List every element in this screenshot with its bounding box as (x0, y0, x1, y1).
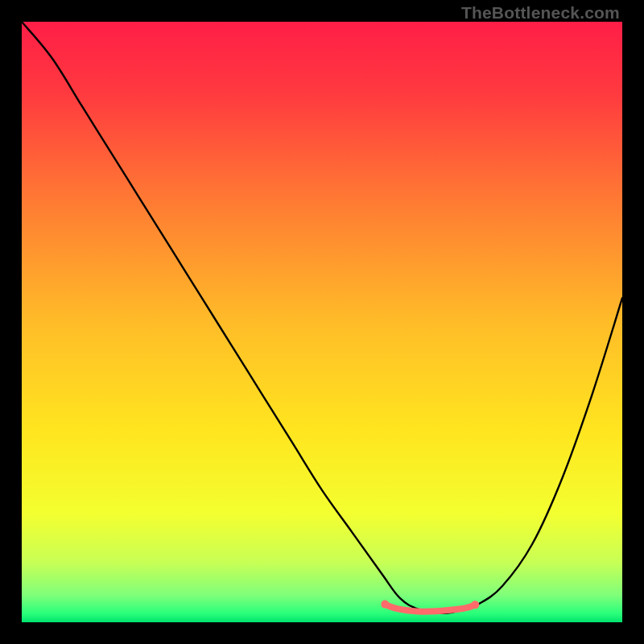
curve-layer (22, 22, 622, 622)
plot-area (22, 22, 622, 622)
valley-endpoint-left (381, 601, 389, 609)
valley-endpoint-right (471, 601, 479, 609)
valley-highlight (385, 605, 475, 612)
bottleneck-curve (22, 22, 622, 613)
chart-stage: TheBottleneck.com (0, 0, 644, 644)
watermark-text: TheBottleneck.com (461, 3, 620, 23)
